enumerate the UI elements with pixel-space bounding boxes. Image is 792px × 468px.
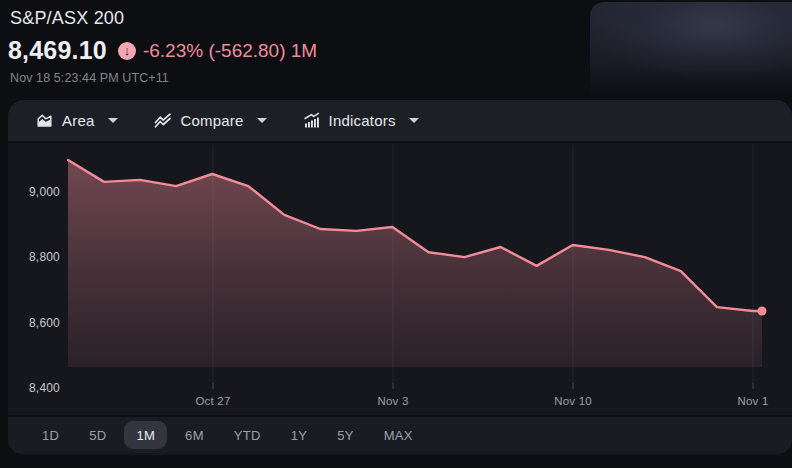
range-button-1m[interactable]: 1M	[124, 421, 167, 449]
blurred-overlay	[590, 2, 792, 98]
range-button-1d[interactable]: 1D	[30, 421, 71, 449]
x-axis-tick-label: Oct 27	[195, 395, 230, 407]
current-price: 8,469.10	[8, 36, 107, 65]
range-button-ytd[interactable]: YTD	[222, 421, 273, 449]
x-axis-tick-label: Nov 10	[554, 395, 592, 407]
arrow-down-icon: ↓	[124, 44, 131, 57]
x-axis-tick-label: Nov 1	[737, 395, 768, 407]
range-selector: 1D5D1M6MYTD1Y5YMAX	[8, 415, 792, 453]
chevron-down-icon	[409, 118, 419, 123]
range-button-5y[interactable]: 5Y	[325, 421, 366, 449]
range-button-6m[interactable]: 6M	[173, 421, 216, 449]
price-row: 8,469.10 ↓ -6.23% (-562.80) 1M	[8, 36, 317, 65]
trend-down-badge: ↓	[118, 42, 136, 60]
toolbar-item-label: Area	[62, 112, 95, 129]
price-chart[interactable]: 9,0008,8008,6008,400 Oct 27Nov 3Nov 10No…	[8, 143, 792, 415]
toolbar-item-compare[interactable]: Compare	[136, 100, 285, 141]
y-axis-tick-label: 9,000	[8, 185, 60, 199]
compare-icon	[154, 112, 172, 129]
price-change: -6.23% (-562.80) 1M	[143, 40, 317, 62]
quote-header: S&P/ASX 200 8,469.10 ↓ -6.23% (-562.80) …	[10, 8, 317, 85]
quote-timestamp: Nov 18 5:23:44 PM UTC+11	[10, 71, 317, 85]
change-absolute: (-562.80)	[208, 40, 285, 61]
toolbar-item-label: Indicators	[329, 112, 396, 129]
chevron-down-icon	[257, 118, 267, 123]
range-button-max[interactable]: MAX	[372, 421, 425, 449]
range-button-5d[interactable]: 5D	[77, 421, 118, 449]
chart-toolbar: AreaCompareIndicators	[8, 100, 792, 143]
change-percent: -6.23%	[143, 40, 203, 61]
last-price-dot	[758, 307, 767, 316]
chart-card: AreaCompareIndicators 9,0008,8008,6008,4…	[8, 100, 792, 455]
area-chart-canvas[interactable]	[8, 143, 792, 415]
toolbar-item-indicators[interactable]: Indicators	[285, 100, 437, 141]
indicators-icon	[303, 112, 320, 129]
range-button-1y[interactable]: 1Y	[279, 421, 320, 449]
y-axis-tick-label: 8,400	[8, 381, 60, 395]
x-axis-tick-label: Nov 3	[377, 395, 408, 407]
change-range-label: 1M	[291, 40, 317, 61]
symbol-title: S&P/ASX 200	[10, 8, 317, 29]
chevron-down-icon	[108, 118, 118, 123]
toolbar-item-label: Compare	[181, 112, 244, 129]
y-axis-tick-label: 8,800	[8, 250, 60, 264]
y-axis-tick-label: 8,600	[8, 316, 60, 330]
area-chart-icon	[36, 112, 53, 129]
toolbar-item-area[interactable]: Area	[18, 100, 136, 141]
